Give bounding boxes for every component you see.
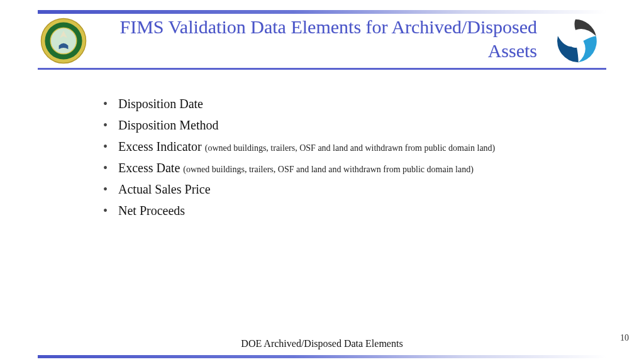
footer-bottom-bar [38, 355, 606, 358]
bullet-label: Disposition Method [118, 118, 218, 132]
header-top-bar [38, 10, 606, 14]
bullet-label: Actual Sales Price [118, 182, 211, 196]
footer-text: DOE Archived/Disposed Data Elements [0, 338, 644, 349]
list-item: Excess Date (owned buildings, trailers, … [101, 158, 594, 177]
bullet-sub: (owned buildings, trailers, OSF and land… [205, 143, 496, 153]
list-item: Disposition Date [101, 94, 594, 113]
page-number: 10 [620, 333, 629, 343]
header-divider [38, 68, 606, 70]
bullet-list: Disposition Date Disposition Method Exce… [101, 94, 594, 222]
bullet-label: Excess Date [118, 161, 180, 175]
list-item: Excess Indicator (owned buildings, trail… [101, 137, 594, 156]
list-item: Net Proceeds [101, 201, 594, 220]
bullet-label: Excess Indicator [118, 140, 202, 153]
svg-point-4 [569, 34, 582, 48]
department-seal-icon [40, 18, 87, 64]
list-item: Disposition Method [101, 116, 594, 134]
slide: FIMS Validation Data Elements for Archiv… [0, 0, 644, 362]
bullet-label: Disposition Date [118, 97, 203, 111]
bullet-label: Net Proceeds [118, 204, 185, 217]
list-item: Actual Sales Price [101, 180, 594, 199]
slide-title: FIMS Validation Data Elements for Archiv… [107, 15, 537, 62]
swoosh-logo-icon [551, 16, 600, 65]
bullet-sub: (owned buildings, trailers, OSF and land… [183, 165, 474, 174]
